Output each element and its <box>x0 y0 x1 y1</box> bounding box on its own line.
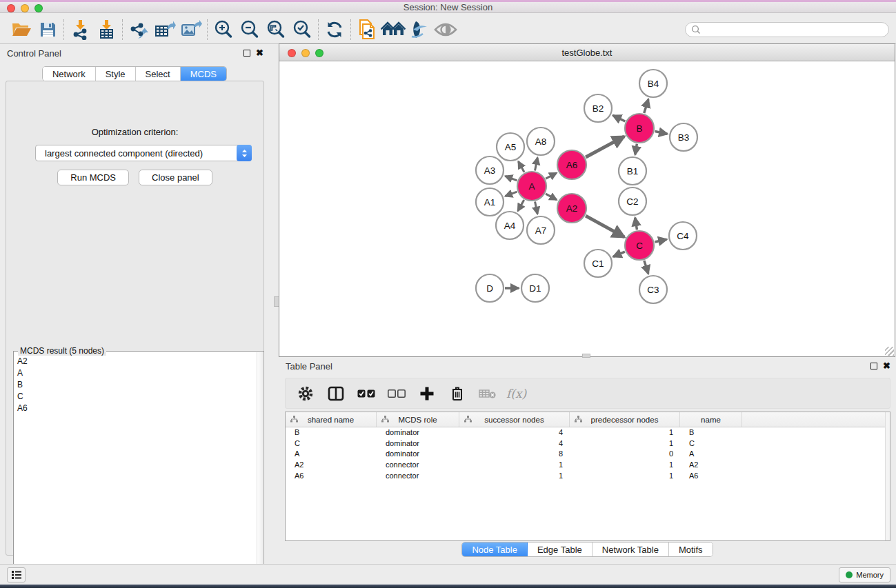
table-row[interactable]: Bdominator41B <box>286 427 890 438</box>
close-table-panel-icon[interactable]: ✖ <box>883 363 890 369</box>
tab-node-table[interactable]: Node Table <box>462 543 528 556</box>
close-panel-button[interactable]: Close panel <box>139 170 212 185</box>
zoom-out-icon[interactable] <box>237 18 263 41</box>
table-cell[interactable]: connector <box>377 471 459 482</box>
table-row[interactable]: A6connector11A6 <box>286 471 890 482</box>
result-list-scrollbar[interactable] <box>257 352 263 584</box>
edge-B-B2[interactable] <box>613 115 626 121</box>
result-item[interactable]: A6 <box>14 403 257 414</box>
tab-motifs[interactable]: Motifs <box>669 543 713 556</box>
edge-C-C4[interactable] <box>655 239 666 242</box>
table-cell[interactable]: 1 <box>570 427 680 438</box>
columns-icon[interactable] <box>324 383 348 405</box>
network-graph[interactable]: B4B2BB3A5A8A6B1A3AC2A1A2A4A7C4CC1C3DD1 <box>279 61 895 356</box>
table-row[interactable]: Cdominator41C <box>286 438 890 449</box>
edge-A-A8[interactable] <box>535 158 538 171</box>
graph-node-A2[interactable]: A2 <box>557 194 586 223</box>
table-cell[interactable]: A <box>680 449 742 460</box>
table-cell[interactable]: A6 <box>680 471 742 482</box>
deselect-all-icon[interactable] <box>385 383 408 405</box>
result-item[interactable]: A <box>14 367 257 379</box>
graph-node-D1[interactable]: D1 <box>521 274 549 302</box>
table-cell[interactable]: 4 <box>459 438 570 449</box>
table-cell[interactable]: 1 <box>570 438 680 449</box>
edge-A-A5[interactable] <box>518 161 524 172</box>
table-cell[interactable]: 1 <box>570 460 680 471</box>
export-image-icon[interactable] <box>178 18 204 41</box>
gear-icon[interactable] <box>294 383 317 405</box>
table-cell[interactable]: dominator <box>377 449 459 460</box>
edge-A-A6[interactable] <box>546 173 557 179</box>
network-minimize-button[interactable] <box>301 49 310 57</box>
graph-node-A1[interactable]: A1 <box>476 188 504 216</box>
network-canvas[interactable]: B4B2BB3A5A8A6B1A3AC2A1A2A4A7C4CC1C3DD1 <box>279 61 895 356</box>
table-cell[interactable]: C <box>680 438 742 449</box>
table-cell[interactable]: A6 <box>286 471 377 482</box>
graph-node-B2[interactable]: B2 <box>584 94 612 122</box>
table-cell[interactable]: dominator <box>377 438 459 449</box>
criterion-dropdown[interactable]: largest connected component (directed) <box>35 145 252 161</box>
column-header-successor-nodes[interactable]: successor nodes <box>459 412 570 427</box>
float-table-panel-icon[interactable] <box>870 363 877 369</box>
table-cell[interactable]: A2 <box>286 460 377 471</box>
result-item[interactable]: B <box>14 379 257 391</box>
zoom-fit-icon[interactable] <box>263 18 289 41</box>
export-network-icon[interactable] <box>126 18 152 41</box>
table-cell[interactable]: 1 <box>570 471 680 482</box>
graph-node-A8[interactable]: A8 <box>527 128 555 155</box>
delete-table-icon[interactable] <box>476 383 499 405</box>
table-cell[interactable]: 4 <box>459 427 570 438</box>
window-resize-grip[interactable] <box>885 347 894 356</box>
table-cell[interactable]: B <box>286 427 377 438</box>
close-panel-icon[interactable]: ✖ <box>256 50 263 57</box>
graph-node-A4[interactable]: A4 <box>496 212 524 239</box>
edge-C-C3[interactable] <box>644 261 648 274</box>
column-header-shared-name[interactable]: shared name <box>286 412 377 427</box>
graph-node-A6[interactable]: A6 <box>557 150 586 179</box>
edge-A-A1[interactable] <box>505 192 517 196</box>
table-cell[interactable]: C <box>286 438 377 449</box>
tab-style[interactable]: Style <box>96 67 136 81</box>
graph-node-C3[interactable]: C3 <box>639 276 667 303</box>
graph-node-C4[interactable]: C4 <box>669 222 697 250</box>
edge-B-B3[interactable] <box>655 132 668 134</box>
import-table-icon[interactable] <box>93 18 119 41</box>
edge-C-C2[interactable] <box>635 218 637 230</box>
graph-node-A5[interactable]: A5 <box>497 133 524 161</box>
graph-node-D[interactable]: D <box>476 274 504 302</box>
graphics-details-icon[interactable] <box>406 18 432 41</box>
edge-A-A3[interactable] <box>505 176 517 180</box>
edge-A6-B[interactable] <box>586 136 624 157</box>
table-cell[interactable]: B <box>680 427 742 438</box>
edge-B-B4[interactable] <box>644 99 648 113</box>
tab-network[interactable]: Network <box>43 67 96 81</box>
edge-B-B1[interactable] <box>635 144 637 155</box>
graph-node-A3[interactable]: A3 <box>476 156 504 184</box>
edge-A-A4[interactable] <box>518 200 524 211</box>
result-item[interactable]: A2 <box>14 356 257 367</box>
column-header-MCDS-role[interactable]: MCDS role <box>377 412 459 427</box>
edge-C-C1[interactable] <box>613 252 625 256</box>
result-item[interactable]: C <box>14 391 257 403</box>
zoom-selected-icon[interactable] <box>289 18 315 41</box>
function-builder-icon[interactable]: f(x) <box>506 387 526 401</box>
graph-node-B[interactable]: B <box>625 114 654 143</box>
table-cell[interactable]: 8 <box>459 449 570 460</box>
graph-node-B4[interactable]: B4 <box>639 70 667 97</box>
save-session-icon[interactable] <box>34 18 61 41</box>
search-input[interactable] <box>704 25 876 34</box>
memory-button[interactable]: Memory <box>839 567 890 582</box>
table-scrollbar[interactable] <box>885 412 890 540</box>
table-cell[interactable]: 1 <box>459 471 570 482</box>
show-hide-eye-icon[interactable] <box>432 18 459 41</box>
graph-node-A[interactable]: A <box>517 172 546 201</box>
delete-icon[interactable] <box>446 383 469 405</box>
tab-network-table[interactable]: Network Table <box>593 543 669 556</box>
minimize-window-button[interactable] <box>21 4 29 12</box>
clone-network-icon[interactable] <box>354 18 380 41</box>
tab-mcds[interactable]: MCDS <box>181 67 226 81</box>
table-row[interactable]: A2connector11A2 <box>286 460 890 471</box>
edge-A2-C[interactable] <box>586 216 624 237</box>
network-close-button[interactable] <box>288 49 296 57</box>
network-overview-icon[interactable] <box>380 18 406 41</box>
